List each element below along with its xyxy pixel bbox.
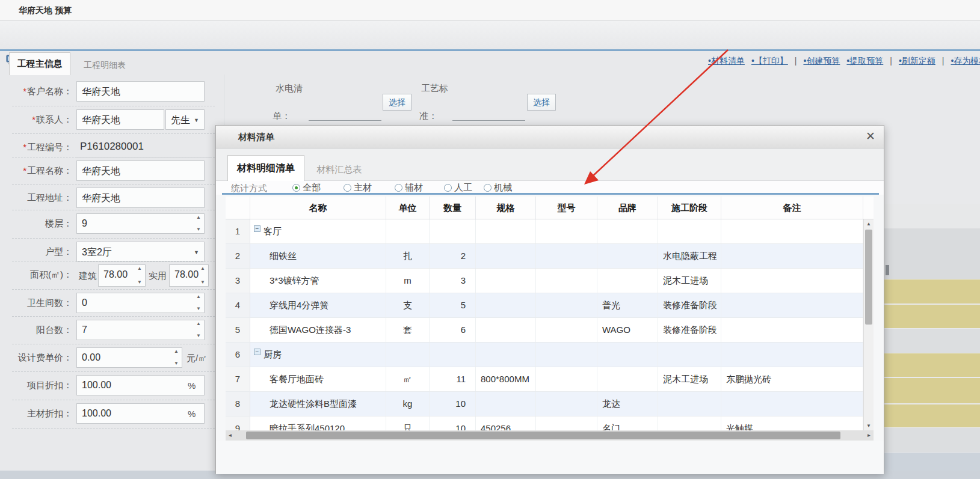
spinner-arrows[interactable]: ▲▼ bbox=[173, 349, 180, 366]
window-title: 华府天地 预算 bbox=[19, 5, 72, 16]
spinner-arrows[interactable]: ▲▼ bbox=[195, 215, 202, 232]
stage-cell: 泥木工进场 bbox=[658, 269, 721, 293]
row-separator bbox=[12, 210, 215, 210]
radio-option[interactable]: 人工 bbox=[444, 182, 472, 194]
required-asterisk: * bbox=[32, 114, 35, 124]
scroll-down-icon[interactable]: ▼ bbox=[864, 421, 874, 430]
table-row[interactable]: 9暗拉手系列450120只10450256名门光触媒 bbox=[226, 416, 874, 430]
spin-down-icon[interactable]: ▼ bbox=[200, 280, 205, 285]
horizontal-scrollbar[interactable]: ◄ ► bbox=[226, 430, 874, 441]
title-select[interactable]: 先生▼ bbox=[165, 109, 205, 130]
input-field[interactable]: 华府天地 bbox=[76, 81, 205, 102]
tab-project-detail[interactable]: 工程明细表 bbox=[75, 58, 135, 75]
table-row[interactable]: 2细铁丝扎2水电隐蔽工程 bbox=[226, 244, 874, 269]
radio-option[interactable]: 机械 bbox=[484, 182, 512, 194]
input-field[interactable]: 78.00▲▼ bbox=[98, 264, 146, 287]
input-field[interactable]: 华府天地 bbox=[76, 188, 205, 208]
field-value: 78.00 bbox=[103, 269, 128, 280]
group-row[interactable]: 6−厨房 bbox=[226, 343, 874, 367]
input-field[interactable]: 7▲▼ bbox=[76, 320, 205, 340]
toolbar-link[interactable]: •【打印】 bbox=[751, 56, 788, 66]
material-name: 穿线用4分弹簧 bbox=[250, 293, 386, 317]
spin-down-icon[interactable]: ▼ bbox=[196, 334, 201, 338]
note-cell: 光触媒 bbox=[721, 416, 863, 430]
horizontal-scroll-thumb[interactable] bbox=[246, 432, 840, 439]
table-row[interactable]: 33*3镀锌方管m3泥木工进场 bbox=[226, 269, 874, 293]
field-unit-suffix: % bbox=[188, 409, 196, 419]
tab-material-detail-list[interactable]: 材料明细清单 bbox=[227, 155, 304, 181]
spin-up-icon[interactable]: ▲ bbox=[196, 294, 201, 299]
input-field[interactable]: 100.00 bbox=[76, 375, 205, 395]
chevron-down-icon[interactable]: ▼ bbox=[194, 117, 199, 123]
spinner-arrows[interactable]: ▲▼ bbox=[136, 266, 143, 285]
input-field[interactable]: 华府天地 bbox=[76, 160, 205, 181]
radio-option[interactable]: 辅材 bbox=[395, 182, 423, 194]
splitter-handle bbox=[886, 265, 889, 275]
scroll-up-icon[interactable]: ▲ bbox=[864, 219, 874, 228]
row-separator bbox=[12, 157, 215, 157]
spec-cell bbox=[476, 244, 536, 268]
note-cell: 东鹏抛光砖 bbox=[721, 367, 863, 391]
table-row[interactable]: 7客餐厅地面砖㎡11800*800MM泥木工进场东鹏抛光砖 bbox=[226, 367, 874, 392]
form-row: 阳台数：7▲▼ bbox=[0, 320, 224, 341]
input-field[interactable]: 78.00▲▼ bbox=[169, 264, 209, 287]
scroll-right-icon[interactable]: ► bbox=[864, 430, 874, 441]
radio-option[interactable]: 全部 bbox=[292, 182, 321, 194]
spin-down-icon[interactable]: ▼ bbox=[137, 280, 142, 285]
radio-icon[interactable] bbox=[344, 184, 351, 192]
tab-project-main-info[interactable]: 工程主信息 bbox=[9, 52, 70, 75]
spin-up-icon[interactable]: ▲ bbox=[137, 266, 142, 271]
spin-up-icon[interactable]: ▲ bbox=[174, 349, 179, 354]
radio-option[interactable]: 主材 bbox=[344, 182, 372, 194]
field-unit-suffix: % bbox=[188, 380, 196, 391]
dialog-header[interactable]: 材料清单 ✕ bbox=[216, 126, 884, 148]
radio-icon[interactable] bbox=[395, 184, 402, 192]
spinner-arrows[interactable]: ▲▼ bbox=[195, 322, 202, 338]
vertical-scroll-thumb[interactable] bbox=[865, 230, 872, 325]
close-icon[interactable]: ✕ bbox=[866, 130, 875, 143]
spin-down-icon[interactable]: ▼ bbox=[196, 227, 201, 232]
field-label: 户型： bbox=[0, 246, 72, 258]
spin-down-icon[interactable]: ▼ bbox=[196, 307, 201, 311]
table-row[interactable]: 4穿线用4分弹簧支5普光装修准备阶段 bbox=[226, 293, 874, 318]
model-cell bbox=[536, 244, 597, 268]
input-field[interactable]: 100.00 bbox=[76, 403, 205, 424]
spinner-arrows[interactable]: ▲▼ bbox=[195, 294, 202, 311]
group-row[interactable]: 1−客厅 bbox=[226, 219, 874, 244]
row-separator bbox=[12, 238, 215, 239]
collapse-icon[interactable]: − bbox=[254, 225, 260, 232]
input-field[interactable]: 3室2厅▼ bbox=[76, 242, 205, 262]
chevron-down-icon[interactable]: ▼ bbox=[194, 249, 199, 255]
spin-up-icon[interactable]: ▲ bbox=[200, 266, 205, 271]
vertical-scrollbar[interactable]: ▲ ▼ bbox=[863, 219, 874, 430]
spin-up-icon[interactable]: ▲ bbox=[196, 215, 201, 220]
choose-button[interactable]: 选择 bbox=[527, 94, 556, 111]
toolbar-link[interactable]: •创建预算 bbox=[803, 56, 840, 66]
toolbar-link[interactable]: •存为模板 bbox=[951, 56, 980, 66]
toolbar-link[interactable]: •材料清单 bbox=[708, 56, 745, 66]
toolbar-link[interactable]: •刷新定额 bbox=[899, 56, 935, 66]
table-row[interactable]: 8龙达硬性涂料B型面漆kg10龙达 bbox=[226, 392, 874, 416]
table-row[interactable]: 5德国WAGO连接器-3套6WAGO装修准备阶段 bbox=[226, 318, 874, 343]
radio-icon[interactable] bbox=[444, 184, 452, 192]
scroll-left-icon[interactable]: ◄ bbox=[226, 430, 235, 441]
required-asterisk: * bbox=[23, 142, 26, 152]
input-field[interactable]: 9▲▼ bbox=[76, 213, 205, 234]
spin-up-icon[interactable]: ▲ bbox=[196, 322, 201, 326]
field-value: 0.00 bbox=[82, 352, 100, 363]
spinner-arrows[interactable]: ▲▼ bbox=[199, 266, 206, 285]
field-value: 3室2厅 bbox=[82, 246, 112, 259]
input-field[interactable]: 0.00▲▼ bbox=[76, 347, 182, 368]
collapse-icon[interactable]: − bbox=[254, 349, 260, 355]
background-row bbox=[884, 305, 980, 328]
input-field[interactable]: 0▲▼ bbox=[76, 293, 205, 313]
row-number: 9 bbox=[226, 416, 250, 430]
brand-cell: 名门 bbox=[597, 416, 658, 430]
toolbar-link[interactable]: •提取预算 bbox=[846, 56, 883, 66]
spin-down-icon[interactable]: ▼ bbox=[174, 361, 179, 366]
tab-material-summary[interactable]: 材料汇总表 bbox=[306, 159, 372, 181]
radio-selected-icon[interactable] bbox=[292, 184, 300, 192]
input-field[interactable]: 华府天地 bbox=[76, 109, 164, 130]
choose-button[interactable]: 选择 bbox=[383, 94, 411, 111]
radio-icon[interactable] bbox=[484, 184, 492, 192]
